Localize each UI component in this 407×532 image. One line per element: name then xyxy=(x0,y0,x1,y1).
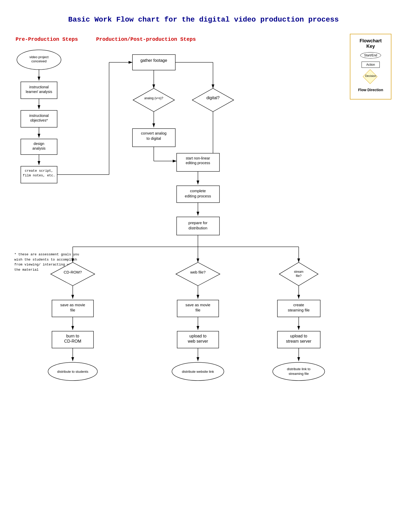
svg-point-94 xyxy=(273,362,325,381)
svg-rect-17 xyxy=(21,166,57,183)
svg-rect-40 xyxy=(177,153,219,171)
svg-text:upload to: upload to xyxy=(189,334,206,338)
svg-text:burn to: burn to xyxy=(66,334,79,338)
svg-text:create: create xyxy=(293,303,304,307)
production-label: Production/Post-production Steps xyxy=(96,36,196,42)
svg-text:steaming file: steaming file xyxy=(288,308,310,312)
svg-text:editing process: editing process xyxy=(185,194,211,198)
svg-text:convert analog: convert analog xyxy=(141,131,166,135)
svg-text:streaming file: streaming file xyxy=(289,372,309,376)
svg-rect-23 xyxy=(132,55,175,70)
page-title: Basic Work Flow chart for the digital vi… xyxy=(0,0,407,31)
svg-text:CD-ROM: CD-ROM xyxy=(64,339,81,343)
svg-text:distribute to students: distribute to students xyxy=(57,370,88,374)
svg-point-90 xyxy=(48,362,97,381)
flowchart-key: Flowchart Key Start/End Action Decision … xyxy=(350,34,391,99)
svg-text:create script,: create script, xyxy=(25,169,53,173)
svg-text:instructional: instructional xyxy=(29,114,49,118)
svg-text:conceived: conceived xyxy=(31,59,47,63)
svg-text:learner/ analysis: learner/ analysis xyxy=(26,90,52,94)
svg-marker-58 xyxy=(176,262,220,286)
svg-rect-13 xyxy=(21,139,57,155)
svg-text:digital?: digital? xyxy=(206,96,220,100)
svg-text:analysis: analysis xyxy=(32,146,46,150)
svg-text:analog (v+s)?: analog (v+s)? xyxy=(144,96,163,100)
svg-rect-33 xyxy=(132,129,175,147)
svg-text:start non-linear: start non-linear xyxy=(186,156,210,160)
svg-text:stream: stream xyxy=(294,270,304,274)
svg-text:web file?: web file? xyxy=(190,270,205,274)
svg-text:gather footage: gather footage xyxy=(140,58,167,63)
svg-text:distribution: distribution xyxy=(189,226,208,230)
key-oval: Start/End xyxy=(360,52,381,58)
svg-text:web server: web server xyxy=(188,339,208,343)
svg-point-92 xyxy=(172,362,224,381)
svg-marker-60 xyxy=(279,262,318,286)
svg-rect-48 xyxy=(177,217,219,235)
svg-text:stream server: stream server xyxy=(286,339,311,343)
svg-text:file: file xyxy=(195,308,200,312)
svg-text:save as movie: save as movie xyxy=(60,303,85,307)
svg-rect-81 xyxy=(177,331,219,348)
svg-rect-5 xyxy=(21,82,57,99)
svg-rect-44 xyxy=(177,186,219,203)
svg-text:complete: complete xyxy=(190,189,206,193)
key-rect: Action xyxy=(362,62,380,68)
svg-marker-28 xyxy=(192,88,234,112)
svg-rect-69 xyxy=(177,300,219,317)
svg-text:file?: file? xyxy=(296,274,302,278)
svg-text:upload to: upload to xyxy=(290,334,307,338)
svg-text:distribute website link: distribute website link xyxy=(182,370,214,374)
svg-text:design: design xyxy=(34,142,44,146)
footnote: * these are assessment goals you wish th… xyxy=(14,252,82,272)
svg-text:to digital: to digital xyxy=(146,136,161,141)
svg-rect-66 xyxy=(52,300,94,317)
svg-rect-78 xyxy=(52,331,94,348)
svg-text:video project: video project xyxy=(29,55,49,59)
svg-point-1 xyxy=(17,50,61,70)
key-flow-label: Flow Direction xyxy=(358,88,383,92)
svg-rect-9 xyxy=(21,110,57,127)
svg-text:editing process: editing process xyxy=(186,161,210,165)
svg-text:file: file xyxy=(70,308,75,312)
svg-rect-72 xyxy=(277,300,320,317)
svg-rect-84 xyxy=(277,331,320,348)
svg-text:objectives*: objectives* xyxy=(30,118,48,122)
svg-text:instructional: instructional xyxy=(29,85,49,89)
svg-text:save as movie: save as movie xyxy=(185,303,210,307)
svg-text:distribute link to: distribute link to xyxy=(287,367,310,371)
svg-marker-26 xyxy=(133,88,175,112)
svg-text:film notes, etc.: film notes, etc. xyxy=(23,174,55,177)
key-diamond-label: Decision xyxy=(360,74,381,77)
pre-production-label: Pre-Production Steps xyxy=(16,36,78,42)
svg-text:prepare for: prepare for xyxy=(188,221,207,225)
key-title: Flowchart Key xyxy=(356,38,386,49)
